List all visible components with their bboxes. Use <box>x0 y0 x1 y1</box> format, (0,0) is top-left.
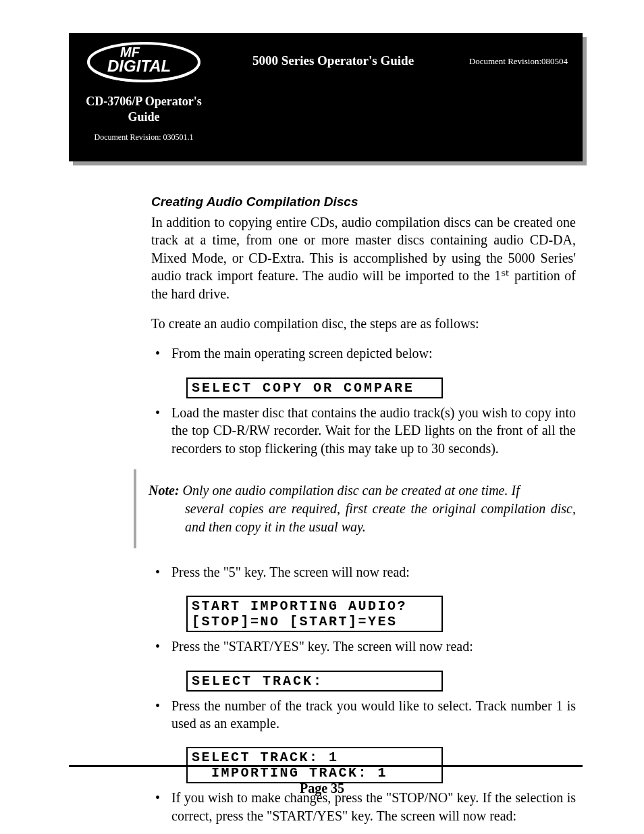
step-item: Press the "START/YES" key. The screen wi… <box>151 637 576 655</box>
step-list-d: Press the "START/YES" key. The screen wi… <box>151 637 576 655</box>
page-header: MF DIGITAL CD-3706/P Operator's Guide Do… <box>69 33 583 161</box>
lcd4-line2: IMPORTING TRACK: 1 <box>192 765 387 781</box>
step-list-c: Press the "5" key. The screen will now r… <box>151 563 576 581</box>
header-left-panel: MF DIGITAL CD-3706/P Operator's Guide Do… <box>69 33 219 161</box>
lcd-display-2: START IMPORTING AUDIO? [STOP]=NO [START]… <box>186 596 443 632</box>
left-title-line2: Guide <box>128 110 159 124</box>
step-item: Press the "5" key. The screen will now r… <box>151 563 576 581</box>
doc-revision: Document Revision:080504 <box>469 56 568 67</box>
lead-in: To create an audio compilation disc, the… <box>151 315 576 332</box>
page-content: Creating Audio Compilation Discs In addi… <box>151 194 576 827</box>
left-revision: Document Revision: 030501.1 <box>95 132 194 142</box>
mf-digital-logo: MF DIGITAL <box>83 36 205 87</box>
left-doc-title: CD-3706/P Operator's Guide <box>80 94 207 124</box>
step-item: Load the master disc that contains the a… <box>151 404 576 457</box>
note-text-2: several copies are required, first creat… <box>149 500 576 536</box>
header-right-panel: 5000 Series Operator's Guide Document Re… <box>219 33 583 161</box>
step-list-a: From the main operating screen depicted … <box>151 344 576 362</box>
logo-text-2: DIGITAL <box>107 57 171 75</box>
note-row: Note: Only one audio compilation disc ca… <box>149 481 576 536</box>
logo-swoosh-icon: MF DIGITAL <box>83 38 205 86</box>
footer-rule <box>69 765 583 767</box>
lcd-display-1: SELECT COPY OR COMPARE <box>186 377 443 398</box>
page-number: Page 35 <box>0 781 644 796</box>
note-block: Note: Only one audio compilation disc ca… <box>134 469 576 548</box>
lcd2-line1: START IMPORTING AUDIO? <box>192 598 407 614</box>
step-list-e: Press the number of the track you would … <box>151 697 576 733</box>
step-item: Press the number of the track you would … <box>151 697 576 733</box>
note-label: Note: <box>149 483 180 498</box>
note-text-1: Only one audio compilation disc can be c… <box>183 483 520 498</box>
left-title-line1: CD-3706/P Operator's <box>86 95 201 108</box>
lcd4-line1: SELECT TRACK: 1 <box>192 750 339 765</box>
lcd2-line2: [STOP]=NO [START]=YES <box>192 614 398 629</box>
intro-paragraph: In addition to copying entire CDs, audio… <box>151 213 576 303</box>
center-doc-title: 5000 Series Operator's Guide <box>252 53 414 68</box>
section-heading: Creating Audio Compilation Discs <box>151 194 576 209</box>
lcd-display-3: SELECT TRACK: <box>186 671 443 692</box>
step-item: From the main operating screen depicted … <box>151 344 576 362</box>
step-list-b: Load the master disc that contains the a… <box>151 404 576 457</box>
